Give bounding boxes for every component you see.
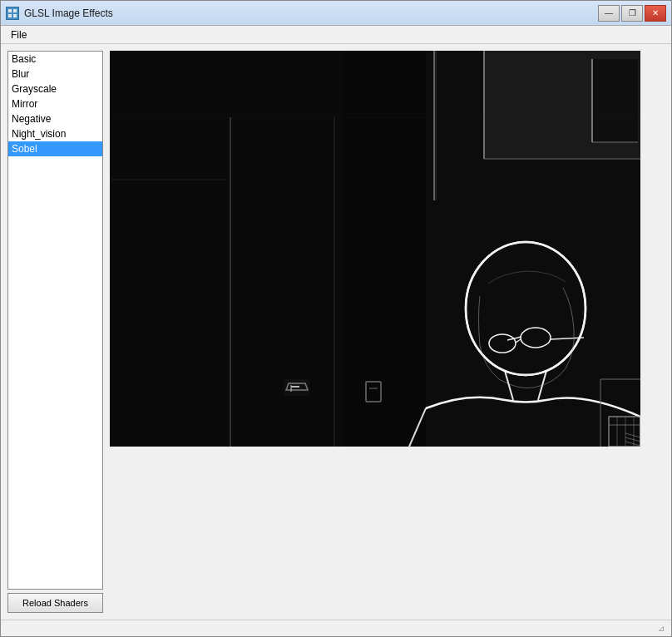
reload-shaders-button[interactable]: Reload Shaders [7,593,103,613]
main-window: GLSL Image Effects — ❐ ✕ File Basic Blur… [0,0,672,637]
effect-basic[interactable]: Basic [8,52,102,67]
sobel-canvas [110,51,640,447]
effects-list: Basic Blur Grayscale Mirror Negative Nig… [7,51,103,590]
minimize-button[interactable]: — [598,5,620,22]
menu-file[interactable]: File [4,27,33,42]
effect-grayscale[interactable]: Grayscale [8,81,102,96]
effect-negative[interactable]: Negative [8,111,102,126]
sobel-image [110,51,640,447]
title-bar: GLSL Image Effects — ❐ ✕ [1,1,671,26]
title-buttons: — ❐ ✕ [598,5,666,22]
effect-night-vision[interactable]: Night_vision [8,126,102,141]
svg-rect-3 [8,14,12,17]
restore-button[interactable]: ❐ [621,5,643,22]
close-button[interactable]: ✕ [645,5,666,22]
svg-rect-4 [13,14,17,17]
resize-handle[interactable]: ⊿ [655,622,668,635]
main-content: Basic Blur Grayscale Mirror Negative Nig… [1,44,671,620]
svg-rect-1 [8,9,12,12]
app-icon [6,7,19,20]
svg-rect-2 [13,9,17,12]
window-title: GLSL Image Effects [24,7,113,19]
status-bar: ⊿ [1,620,671,636]
effect-blur[interactable]: Blur [8,67,102,81]
sidebar: Basic Blur Grayscale Mirror Negative Nig… [7,51,103,613]
svg-rect-13 [592,59,638,142]
menu-bar: File [1,26,671,44]
effect-mirror[interactable]: Mirror [8,96,102,111]
image-area [110,51,665,613]
effect-sobel[interactable]: Sobel [8,141,102,156]
title-bar-left: GLSL Image Effects [6,7,113,20]
